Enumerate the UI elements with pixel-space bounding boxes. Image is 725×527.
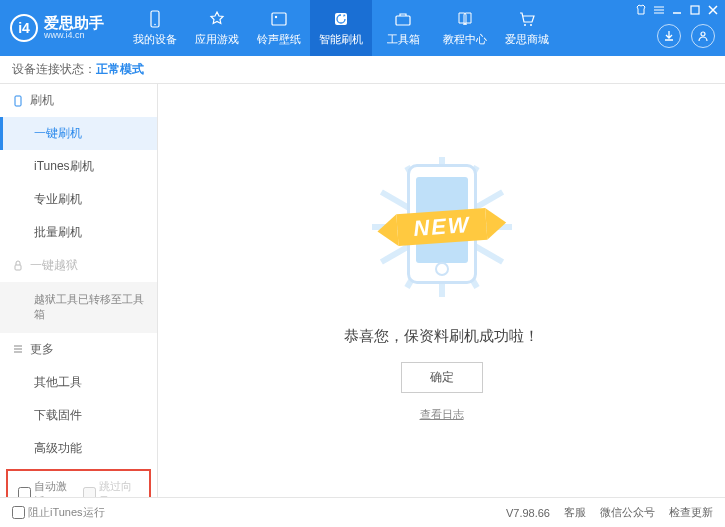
- minimize-icon[interactable]: [671, 4, 683, 16]
- svg-point-6: [524, 24, 526, 26]
- status-label: 设备连接状态：: [12, 61, 96, 78]
- view-log-link[interactable]: 查看日志: [420, 407, 464, 422]
- sidebar-item-batch[interactable]: 批量刷机: [0, 216, 157, 249]
- image-icon: [269, 9, 289, 29]
- window-controls: [635, 4, 719, 16]
- svg-rect-11: [15, 265, 21, 270]
- main-panel: NEW 恭喜您，保资料刷机成功啦！ 确定 查看日志: [158, 84, 725, 497]
- svg-rect-10: [15, 96, 21, 106]
- version-label: V7.98.66: [506, 507, 550, 519]
- cart-icon: [517, 9, 537, 29]
- download-icon[interactable]: [657, 24, 681, 48]
- nav-ringtone[interactable]: 铃声壁纸: [248, 0, 310, 56]
- app-header: i4 爱思助手 www.i4.cn 我的设备 应用游戏 铃声壁纸 智能刷机 工具…: [0, 0, 725, 56]
- footer-update[interactable]: 检查更新: [669, 505, 713, 520]
- maximize-icon[interactable]: [689, 4, 701, 16]
- toolbox-icon: [393, 9, 413, 29]
- book-icon: [455, 9, 475, 29]
- nav-store[interactable]: 爱思商城: [496, 0, 558, 56]
- sidebar-item-oneclick[interactable]: 一键刷机: [0, 117, 157, 150]
- phone-icon: [12, 95, 24, 107]
- skin-icon[interactable]: [635, 4, 647, 16]
- section-jailbreak[interactable]: 一键越狱: [0, 249, 157, 282]
- status-bar: 设备连接状态： 正常模式: [0, 56, 725, 84]
- sidebar-item-pro[interactable]: 专业刷机: [0, 183, 157, 216]
- close-icon[interactable]: [707, 4, 719, 16]
- svg-rect-5: [396, 16, 410, 25]
- footer-support[interactable]: 客服: [564, 505, 586, 520]
- header-actions: [657, 24, 715, 48]
- sidebar: 刷机 一键刷机 iTunes刷机 专业刷机 批量刷机 一键越狱 越狱工具已转移至…: [0, 84, 158, 497]
- footer: 阻止iTunes运行 V7.98.66 客服 微信公众号 检查更新: [0, 497, 725, 527]
- status-value: 正常模式: [96, 61, 144, 78]
- cb-skipguide[interactable]: 跳过向导: [83, 479, 140, 497]
- section-flash[interactable]: 刷机: [0, 84, 157, 117]
- top-nav: 我的设备 应用游戏 铃声壁纸 智能刷机 工具箱 教程中心 爱思商城: [124, 0, 558, 56]
- svg-point-7: [530, 24, 532, 26]
- phone-icon: [145, 9, 165, 29]
- nav-tutorial[interactable]: 教程中心: [434, 0, 496, 56]
- footer-wechat[interactable]: 微信公众号: [600, 505, 655, 520]
- logo-url: www.i4.cn: [44, 31, 104, 41]
- nav-apps[interactable]: 应用游戏: [186, 0, 248, 56]
- svg-rect-2: [272, 13, 286, 25]
- success-message: 恭喜您，保资料刷机成功啦！: [344, 327, 539, 346]
- logo-icon: i4: [10, 14, 38, 42]
- svg-point-9: [701, 32, 705, 36]
- new-badge: NEW: [396, 208, 487, 246]
- sidebar-item-itunes[interactable]: iTunes刷机: [0, 150, 157, 183]
- sidebar-item-othertools[interactable]: 其他工具: [0, 366, 157, 399]
- menu-icon[interactable]: [653, 4, 665, 16]
- logo: i4 爱思助手 www.i4.cn: [10, 14, 104, 42]
- user-icon[interactable]: [691, 24, 715, 48]
- refresh-icon: [331, 9, 351, 29]
- nav-toolbox[interactable]: 工具箱: [372, 0, 434, 56]
- nav-my-device[interactable]: 我的设备: [124, 0, 186, 56]
- highlighted-options: 自动激活 跳过向导: [6, 469, 151, 497]
- apps-icon: [207, 9, 227, 29]
- jailbreak-note: 越狱工具已转移至工具箱: [0, 282, 157, 333]
- sidebar-item-download[interactable]: 下载固件: [0, 399, 157, 432]
- svg-point-1: [154, 24, 156, 26]
- cb-autoactivate[interactable]: 自动激活: [18, 479, 75, 497]
- logo-title: 爱思助手: [44, 15, 104, 32]
- svg-rect-8: [691, 6, 699, 14]
- cb-block-itunes[interactable]: 阻止iTunes运行: [12, 505, 105, 520]
- sidebar-item-advanced[interactable]: 高级功能: [0, 432, 157, 465]
- lock-icon: [12, 260, 24, 272]
- svg-point-3: [275, 16, 277, 18]
- section-more[interactable]: 更多: [0, 333, 157, 366]
- nav-flash[interactable]: 智能刷机: [310, 0, 372, 56]
- success-illustration: NEW: [357, 139, 527, 309]
- ok-button[interactable]: 确定: [401, 362, 483, 393]
- menu-icon: [12, 343, 24, 355]
